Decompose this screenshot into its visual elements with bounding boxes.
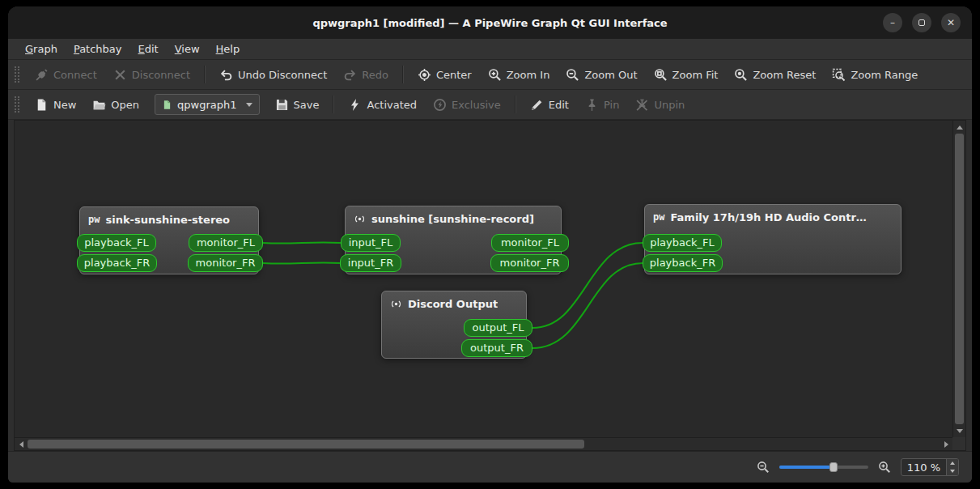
new-button[interactable]: New bbox=[28, 94, 83, 116]
menu-patchbay[interactable]: Patchbay bbox=[66, 40, 129, 57]
open-button[interactable]: Open bbox=[85, 94, 146, 116]
graph-canvas[interactable]: pw sink-sunshine-stereo playback_FL play… bbox=[15, 121, 952, 437]
port-playback-fr[interactable]: playback_FR bbox=[643, 254, 723, 272]
cable[interactable] bbox=[263, 262, 341, 263]
arrow-up-icon bbox=[950, 461, 955, 465]
pin-button[interactable]: Pin bbox=[578, 94, 626, 116]
vertical-scroll-thumb[interactable] bbox=[955, 134, 964, 424]
redo-label: Redo bbox=[362, 69, 388, 81]
port-monitor-fl[interactable]: monitor_FL bbox=[491, 234, 569, 252]
zoom-slider-handle[interactable] bbox=[829, 462, 838, 472]
minimize-icon: – bbox=[890, 18, 895, 28]
activated-bolt-icon bbox=[348, 98, 362, 112]
zoom-spinbox[interactable]: 110 % bbox=[901, 458, 959, 476]
toolbar-separator bbox=[333, 96, 334, 113]
menu-graph[interactable]: Graph bbox=[18, 40, 65, 57]
connect-button[interactable]: Connect bbox=[28, 64, 104, 86]
exclusive-label: Exclusive bbox=[452, 99, 501, 111]
toolbar-separator bbox=[515, 96, 516, 113]
port-output-fr[interactable]: output_FR bbox=[461, 339, 532, 357]
scroll-down-button[interactable] bbox=[953, 424, 966, 437]
open-folder-icon bbox=[92, 98, 106, 112]
unpin-label: Unpin bbox=[654, 99, 685, 111]
zoom-range-icon bbox=[832, 68, 846, 82]
zoom-fit-icon bbox=[654, 68, 668, 82]
zoom-fit-label: Zoom Fit bbox=[672, 69, 719, 81]
zoom-in-icon[interactable] bbox=[878, 461, 891, 474]
port-input-fr[interactable]: input_FR bbox=[340, 254, 401, 272]
graph-canvas-frame: pw sink-sunshine-stereo playback_FL play… bbox=[14, 120, 966, 451]
zoom-slider[interactable] bbox=[779, 461, 868, 473]
node-title: sink-sunshine-stereo bbox=[105, 214, 230, 226]
center-icon bbox=[418, 68, 431, 82]
pin-label: Pin bbox=[604, 99, 619, 111]
undo-disconnect-button[interactable]: Undo Disconnect bbox=[212, 64, 334, 86]
port-monitor-fr[interactable]: monitor_FR bbox=[188, 254, 263, 272]
port-playback-fl[interactable]: playback_FL bbox=[77, 234, 156, 252]
arrow-left-icon bbox=[19, 441, 23, 448]
activated-label: Activated bbox=[367, 99, 417, 111]
close-button[interactable]: ✕ bbox=[941, 13, 961, 32]
zoom-range-button[interactable]: Zoom Range bbox=[825, 64, 925, 86]
port-playback-fr[interactable]: playback_FR bbox=[77, 254, 157, 272]
app-window: qpwgraph1 [modified] — A PipeWire Graph … bbox=[8, 6, 972, 483]
save-button[interactable]: Save bbox=[268, 94, 327, 116]
unpin-button[interactable]: Unpin bbox=[628, 94, 692, 116]
zoom-reset-button[interactable]: Zoom Reset bbox=[727, 64, 823, 86]
toolbar-drag-handle[interactable] bbox=[15, 66, 19, 83]
menu-help[interactable]: Help bbox=[209, 40, 248, 57]
horizontal-scrollbar[interactable] bbox=[15, 437, 952, 450]
connect-icon bbox=[35, 68, 49, 82]
zoom-out-icon[interactable] bbox=[757, 461, 770, 474]
zoom-in-icon bbox=[488, 68, 502, 82]
spin-up-button[interactable] bbox=[947, 459, 958, 467]
cable[interactable] bbox=[263, 242, 341, 243]
patchbay-file-icon bbox=[162, 100, 172, 110]
zoom-range-label: Zoom Range bbox=[851, 69, 918, 81]
arrow-down-icon bbox=[950, 470, 955, 473]
patchbay-select[interactable]: qpwgraph1 bbox=[155, 94, 259, 115]
zoom-fit-button[interactable]: Zoom Fit bbox=[647, 64, 726, 86]
exclusive-icon bbox=[433, 98, 447, 112]
scroll-up-button[interactable] bbox=[953, 121, 966, 134]
minimize-button[interactable]: – bbox=[883, 13, 902, 32]
menu-edit[interactable]: Edit bbox=[131, 40, 166, 57]
maximize-button[interactable] bbox=[912, 13, 931, 32]
redo-button[interactable]: Redo bbox=[336, 64, 396, 86]
zoom-out-label: Zoom Out bbox=[584, 69, 637, 81]
horizontal-scroll-thumb[interactable] bbox=[28, 440, 584, 449]
spin-down-button[interactable] bbox=[947, 467, 958, 475]
port-monitor-fl[interactable]: monitor_FL bbox=[189, 234, 263, 252]
patchbay-select-value: qpwgraph1 bbox=[177, 99, 236, 111]
port-playback-fl[interactable]: playback_FL bbox=[643, 234, 722, 252]
pin-icon bbox=[585, 98, 599, 112]
open-label: Open bbox=[111, 99, 139, 111]
menu-view[interactable]: View bbox=[168, 40, 207, 57]
undo-label: Undo Disconnect bbox=[238, 69, 327, 81]
vertical-scrollbar[interactable] bbox=[952, 121, 965, 437]
scroll-right-button[interactable] bbox=[940, 438, 952, 451]
edit-button[interactable]: Edit bbox=[523, 94, 576, 116]
port-monitor-fr[interactable]: monitor_FR bbox=[490, 254, 569, 272]
exclusive-button[interactable]: Exclusive bbox=[426, 94, 508, 116]
activated-button[interactable]: Activated bbox=[341, 94, 424, 116]
stream-icon bbox=[354, 213, 366, 225]
maximize-icon bbox=[918, 19, 925, 26]
zoom-reset-label: Zoom Reset bbox=[753, 69, 816, 81]
center-button[interactable]: Center bbox=[410, 64, 479, 86]
title-bar[interactable]: qpwgraph1 [modified] — A PipeWire Graph … bbox=[8, 6, 972, 39]
zoom-out-icon bbox=[566, 68, 579, 82]
window-title: qpwgraph1 [modified] — A PipeWire Graph … bbox=[312, 17, 667, 29]
zoom-in-button[interactable]: Zoom In bbox=[481, 64, 558, 86]
zoom-out-button[interactable]: Zoom Out bbox=[558, 64, 644, 86]
scroll-left-button[interactable] bbox=[15, 438, 28, 451]
save-icon bbox=[275, 98, 289, 112]
stream-icon bbox=[390, 298, 402, 310]
port-output-fl[interactable]: output_FL bbox=[464, 319, 532, 337]
toolbar-drag-handle[interactable] bbox=[15, 96, 19, 113]
node-title: sunshine [sunshine-record] bbox=[371, 213, 534, 225]
cable[interactable] bbox=[532, 263, 643, 348]
port-input-fl[interactable]: input_FL bbox=[341, 234, 401, 252]
disconnect-button[interactable]: Disconnect bbox=[106, 64, 197, 86]
zoom-in-label: Zoom In bbox=[507, 69, 550, 81]
